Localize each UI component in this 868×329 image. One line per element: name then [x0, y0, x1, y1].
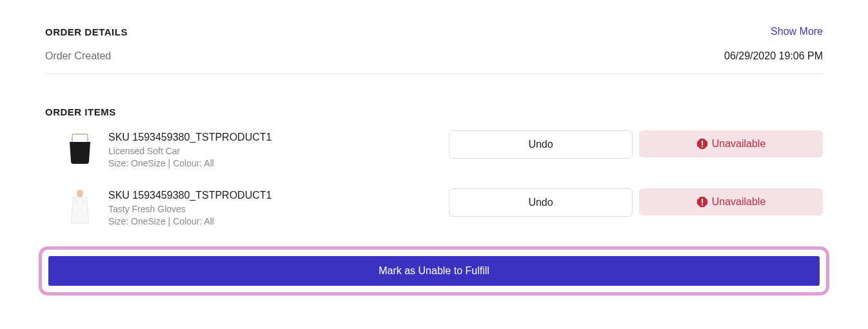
undo-button[interactable]: Undo: [449, 130, 633, 159]
status-text: Unavailable: [712, 138, 766, 150]
undo-button[interactable]: Undo: [449, 188, 633, 217]
show-more-link[interactable]: Show More: [771, 26, 823, 37]
product-sku: SKU 1593459380_TSTPRODUCT1: [108, 132, 440, 143]
order-item-row: SKU 1593459380_TSTPRODUCT1Licensed Soft …: [45, 130, 823, 169]
product-info: SKU 1593459380_TSTPRODUCT1Tasty Fresh Gl…: [108, 188, 440, 226]
product-thumbnail: [61, 188, 99, 227]
item-actions: UndoUnavailable: [449, 188, 823, 217]
item-actions: UndoUnavailable: [449, 130, 823, 159]
order-item-row: SKU 1593459380_TSTPRODUCT1Tasty Fresh Gl…: [45, 188, 823, 227]
svg-rect-2: [702, 146, 703, 148]
alert-icon: [696, 138, 708, 150]
product-thumbnail: [61, 130, 99, 169]
svg-rect-5: [83, 197, 86, 203]
product-name: Licensed Soft Car: [108, 146, 440, 156]
svg-rect-4: [74, 197, 77, 203]
status-badge: Unavailable: [639, 130, 823, 157]
highlight-box: Mark as Unable to Fulfill: [39, 246, 829, 295]
order-created-value: 06/29/2020 19:06 PM: [724, 50, 823, 62]
status-badge: Unavailable: [639, 188, 823, 215]
svg-rect-7: [702, 199, 703, 203]
svg-rect-1: [702, 141, 703, 145]
product-name: Tasty Fresh Gloves: [108, 204, 440, 214]
svg-point-3: [77, 190, 83, 197]
product-sku: SKU 1593459380_TSTPRODUCT1: [108, 190, 440, 201]
mark-unable-to-fulfill-button[interactable]: Mark as Unable to Fulfill: [48, 256, 820, 286]
order-created-label: Order Created: [45, 50, 111, 62]
order-items-title: ORDER ITEMS: [45, 106, 823, 117]
svg-rect-8: [702, 204, 703, 206]
alert-icon: [696, 196, 708, 208]
order-details-title: ORDER DETAILS: [45, 26, 128, 37]
product-attributes: Size: OneSize | Colour: All: [108, 158, 440, 168]
order-created-row: Order Created 06/29/2020 19:06 PM: [45, 50, 823, 74]
product-attributes: Size: OneSize | Colour: All: [108, 216, 440, 226]
product-info: SKU 1593459380_TSTPRODUCT1Licensed Soft …: [108, 130, 440, 168]
status-text: Unavailable: [712, 196, 766, 208]
order-details-header: ORDER DETAILS Show More: [45, 26, 823, 37]
